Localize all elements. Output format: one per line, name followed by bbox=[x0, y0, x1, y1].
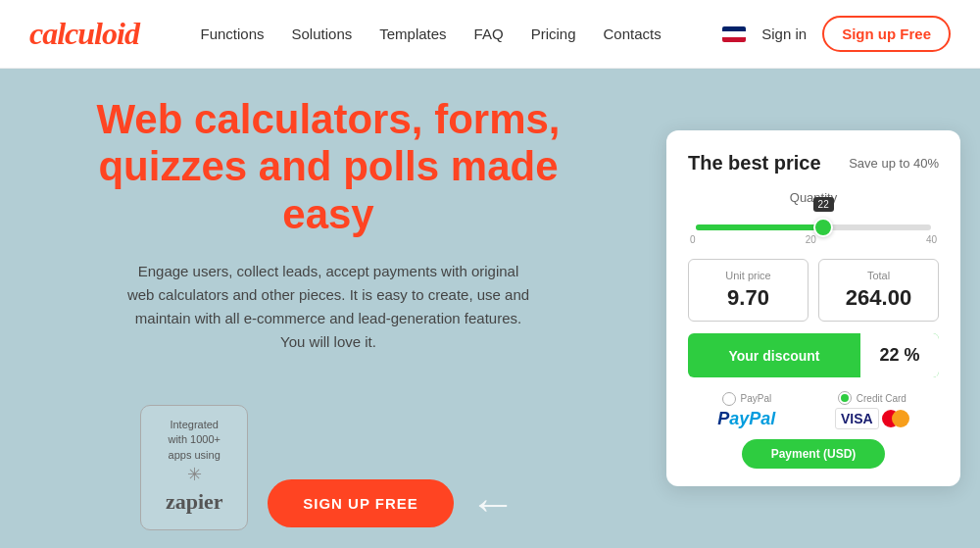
total-value: 264.00 bbox=[827, 285, 930, 311]
credit-card-label: Credit Card bbox=[857, 393, 906, 404]
tick-mid: 20 bbox=[806, 234, 816, 245]
discount-label: Your discount bbox=[688, 336, 860, 375]
card-title: The best price bbox=[688, 152, 821, 174]
unit-price-value: 9.70 bbox=[697, 285, 800, 311]
card-logos: VISA bbox=[835, 408, 909, 429]
nav-pricing[interactable]: Pricing bbox=[531, 25, 576, 42]
nav-functions[interactable]: Functions bbox=[200, 25, 264, 42]
zapier-badge: Integrated with 1000+ apps using ✳ zapie… bbox=[140, 405, 248, 530]
tick-min: 0 bbox=[690, 234, 696, 245]
hero-title: Web calculators, forms, quizzes and poll… bbox=[49, 96, 608, 238]
main-content: Web calculators, forms, quizzes and poll… bbox=[0, 69, 980, 548]
signup-button[interactable]: Sign up Free bbox=[822, 16, 951, 52]
unit-price-label: Unit price bbox=[697, 270, 800, 281]
credit-card-radio[interactable] bbox=[838, 391, 852, 405]
cta-button[interactable]: SIGN UP FREE bbox=[268, 479, 454, 527]
nav-contacts[interactable]: Contacts bbox=[603, 25, 661, 42]
zapier-text1: Integrated bbox=[157, 418, 231, 432]
hero-bottom: Integrated with 1000+ apps using ✳ zapie… bbox=[140, 395, 516, 530]
paypal-option[interactable]: PayPal PayPal bbox=[717, 392, 775, 429]
nav-faq[interactable]: FAQ bbox=[474, 25, 504, 42]
slider-thumb[interactable] bbox=[813, 218, 833, 237]
visa-logo: VISA bbox=[835, 408, 879, 429]
zapier-star-icon: ✳ bbox=[157, 463, 231, 487]
card-container: The best price Save up to 40% Quantity 2… bbox=[647, 69, 980, 548]
credit-card-option[interactable]: Credit Card VISA bbox=[835, 391, 909, 429]
nav: Functions Solutions Templates FAQ Pricin… bbox=[200, 25, 661, 42]
unit-price-box: Unit price 9.70 bbox=[688, 259, 808, 322]
total-label: Total bbox=[827, 270, 930, 281]
mastercard-logo bbox=[882, 410, 909, 427]
slider-fill bbox=[696, 224, 823, 230]
payment-section: PayPal PayPal Credit Card VISA bbox=[688, 391, 939, 469]
sign-in-link[interactable]: Sign in bbox=[761, 25, 807, 42]
nav-solutions[interactable]: Solutions bbox=[292, 25, 353, 42]
save-badge: Save up to 40% bbox=[849, 156, 939, 171]
zapier-logo: zapier bbox=[157, 487, 231, 518]
nav-templates[interactable]: Templates bbox=[379, 25, 446, 42]
pricing-card: The best price Save up to 40% Quantity 2… bbox=[666, 130, 960, 486]
zapier-text3: apps using bbox=[157, 448, 231, 463]
header: calculoid Functions Solutions Templates … bbox=[0, 0, 980, 69]
card-header: The best price Save up to 40% bbox=[688, 152, 939, 174]
discount-value: 22 % bbox=[860, 333, 939, 377]
language-flag-icon[interactable] bbox=[722, 26, 746, 42]
hero-description: Engage users, collect leads, accept paym… bbox=[122, 260, 534, 354]
paypal-radio[interactable] bbox=[722, 392, 736, 406]
discount-row: Your discount 22 % bbox=[688, 333, 939, 377]
slider-ticks: 0 20 40 bbox=[688, 234, 939, 245]
total-box: Total 264.00 bbox=[818, 259, 939, 322]
tick-max: 40 bbox=[926, 234, 937, 245]
header-right: Sign in Sign up Free bbox=[722, 16, 951, 52]
price-row: Unit price 9.70 Total 264.00 bbox=[688, 259, 939, 322]
slider-value-bubble: 22 bbox=[813, 197, 834, 212]
logo: calculoid bbox=[29, 16, 139, 52]
slider-section: Quantity 22 0 20 40 bbox=[688, 190, 939, 245]
slider-track: 22 bbox=[696, 224, 931, 230]
zapier-text2: with 1000+ bbox=[157, 432, 231, 447]
paypal-logo: PayPal bbox=[717, 409, 775, 429]
payment-button[interactable]: Payment (USD) bbox=[742, 439, 886, 469]
hero-section: Web calculators, forms, quizzes and poll… bbox=[0, 69, 647, 548]
paypal-label: PayPal bbox=[741, 393, 772, 404]
arrow-icon: → bbox=[469, 476, 516, 530]
payment-options: PayPal PayPal Credit Card VISA bbox=[688, 391, 939, 429]
